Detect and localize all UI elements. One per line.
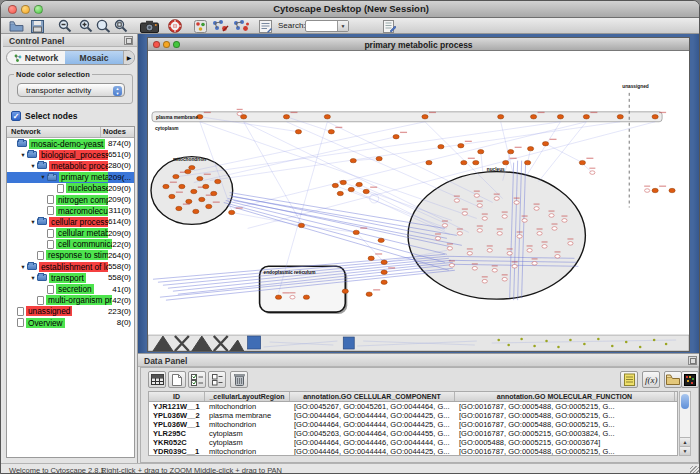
attribute-grid-icon[interactable] [148, 371, 166, 388]
column-header[interactable]: annotation.GO CELLULAR_COMPONENT [290, 392, 455, 401]
tree-col-nodes[interactable]: Nodes [100, 127, 134, 137]
table-cell: [GO:0044464, GO:0044444, GO:0044425, G..… [290, 411, 455, 420]
scroll-up-icon[interactable]: ▲ [680, 437, 690, 446]
float-panel-icon[interactable] [124, 36, 133, 45]
create-view-icon[interactable] [231, 19, 251, 33]
table-cell: YPL036W__2 [149, 411, 205, 420]
network-node [552, 227, 557, 231]
table-scrollbar[interactable]: ▲ ▼ [679, 391, 691, 456]
column-header[interactable]: ID [149, 392, 205, 401]
scroll-down-icon[interactable]: ▼ [680, 446, 690, 455]
destroy-network-icon[interactable] [210, 19, 230, 33]
annotation-form-icon[interactable] [257, 19, 274, 33]
formula-builder-icon[interactable]: f(x) [642, 371, 660, 388]
resize-grip[interactable] [690, 466, 699, 474]
tree-expand-arrow-icon[interactable]: ▼ [29, 219, 37, 225]
select-attributes-icon[interactable] [188, 371, 206, 388]
network-node [191, 189, 197, 193]
tree-item-node-count: 8(0) [117, 318, 134, 327]
tree-item-secretion[interactable]: secretion41(0) [7, 283, 134, 294]
tree-item-cell-communicat[interactable]: cell communicat22(0) [7, 239, 134, 250]
tree-item-metabolic-process[interactable]: ▼metabolic process280(0) [7, 160, 134, 171]
tree-item-cellular-process[interactable]: ▼cellular process614(0) [7, 216, 134, 227]
new-attribute-icon[interactable] [168, 371, 186, 388]
tree-item-nucleobase-[interactable]: nucleobase-209(0) [7, 183, 134, 194]
select-nodes-checkbox[interactable]: ✓ [11, 111, 21, 121]
network-edge [301, 225, 356, 232]
zoom-fit-icon[interactable] [95, 19, 112, 33]
node-label-mark [527, 245, 533, 246]
tree-item-response-to-stimulu[interactable]: response to stimulu264(0) [7, 250, 134, 261]
zoom-out-icon[interactable] [56, 19, 73, 33]
node-color-selection-label: Node color selection [14, 70, 92, 79]
tree-expand-arrow-icon[interactable]: ▼ [19, 264, 27, 270]
snapshot-camera-icon[interactable] [139, 19, 159, 33]
tree-expand-arrow-icon[interactable]: ▼ [19, 152, 27, 158]
network-canvas[interactable]: plasma membranecytoplasmmitochondrionnuc… [148, 51, 689, 351]
open-session-icon[interactable] [8, 19, 25, 33]
tree-col-network[interactable]: Network [7, 127, 100, 137]
network-node [458, 143, 464, 147]
network-node [422, 115, 428, 119]
column-header[interactable]: _cellularLayoutRegion [205, 392, 290, 401]
tab-network[interactable]: Network [7, 51, 65, 64]
tab-mosaic-label: Mosaic [80, 53, 109, 63]
configure-search-icon[interactable] [381, 19, 398, 33]
network-node [303, 295, 309, 299]
tree-expand-arrow-icon[interactable]: ▼ [29, 275, 37, 281]
search-input[interactable] [307, 21, 337, 31]
attribute-table: ID_cellularLayoutRegionannotation.GO CEL… [148, 391, 678, 456]
table-row[interactable]: YPL036W__2plasma membrane[GO:0044464, GO… [149, 411, 677, 420]
region-label: mitochondrion [173, 157, 206, 162]
tree-item-establishment-of-lo[interactable]: ▼establishment of lo558(0) [7, 261, 134, 272]
float-data-panel-icon[interactable] [688, 356, 697, 365]
matrix-view-icon[interactable] [681, 371, 699, 388]
tree-item-overview[interactable]: Overview8(0) [7, 317, 134, 328]
network-node [527, 249, 532, 253]
network-node [527, 146, 533, 150]
zoom-selected-icon[interactable] [112, 19, 129, 33]
table-row[interactable]: YKR052Ccytoplasm[GO:0044464, GO:0044446,… [149, 438, 677, 447]
table-row[interactable]: YJR121W__1mitochondrion[GO:0045267, GO:0… [149, 402, 677, 411]
network-node [290, 295, 295, 299]
column-header[interactable]: annotation.GO MOLECULAR_FUNCTION [455, 392, 675, 401]
tab-overflow-arrow-icon[interactable]: ▶ [123, 51, 134, 64]
network-node [502, 277, 507, 281]
region-label: nucleus [487, 167, 505, 172]
vizmapper-icon[interactable] [192, 19, 209, 33]
tree-item-unassigned[interactable]: unassigned223(0) [7, 306, 134, 317]
node-color-dropdown[interactable]: transporter activity ▲▼ [17, 83, 125, 97]
help-lifering-icon[interactable] [166, 19, 183, 33]
tree-item-nitrogen-compo[interactable]: nitrogen compo209(0) [7, 194, 134, 205]
tab-mosaic[interactable]: Mosaic [65, 51, 123, 64]
tree-expand-arrow-icon[interactable]: ▼ [39, 174, 47, 180]
network-node [542, 141, 548, 145]
scrollbar-thumb[interactable] [681, 394, 689, 409]
tree-item-label: nucleobase- [66, 183, 108, 193]
folder-icon [37, 218, 47, 225]
tree-item-macromolecule[interactable]: macromolecule311(0) [7, 205, 134, 216]
open-attributes-icon[interactable] [664, 371, 682, 388]
save-session-icon[interactable] [29, 19, 46, 33]
table-row[interactable]: YPL036W__1mitochondrion[GO:0044464, GO:0… [149, 420, 677, 429]
tree-expand-arrow-icon[interactable]: ▼ [29, 163, 37, 169]
tree-item-multi-organism-pro[interactable]: multi-organism pro42(0) [7, 295, 134, 306]
tree-item-biological-process[interactable]: ▼biological_process651(0) [7, 149, 134, 160]
unselect-attributes-icon[interactable] [208, 371, 226, 388]
network-node [492, 268, 497, 272]
tree-item-mosaic-demo-yeast[interactable]: mosaic-demo-yeast874(0) [7, 138, 134, 149]
network-node [275, 295, 281, 299]
tree-item-primary-metabol[interactable]: ▼primary metabol209(... [7, 172, 134, 183]
network-node [366, 292, 372, 296]
table-row[interactable]: YDR039C__1mitochondrion[GO:0044464, GO:0… [149, 447, 677, 456]
delete-attribute-trash-icon[interactable] [230, 371, 248, 388]
node-label-mark [465, 141, 472, 142]
search-dropdown-arrow-icon[interactable]: ▼ [337, 21, 348, 31]
import-attributes-icon[interactable] [620, 371, 638, 388]
node-label-mark [554, 251, 560, 252]
zoom-in-icon[interactable] [77, 19, 94, 33]
file-icon [37, 251, 44, 260]
tree-item-transport[interactable]: ▼transport558(0) [7, 272, 134, 283]
tree-item-cellular-metabo[interactable]: cellular metabo209(0) [7, 228, 134, 239]
table-row[interactable]: YLR295Ccytoplasm[GO:0045263, GO:0044464,… [149, 429, 677, 438]
